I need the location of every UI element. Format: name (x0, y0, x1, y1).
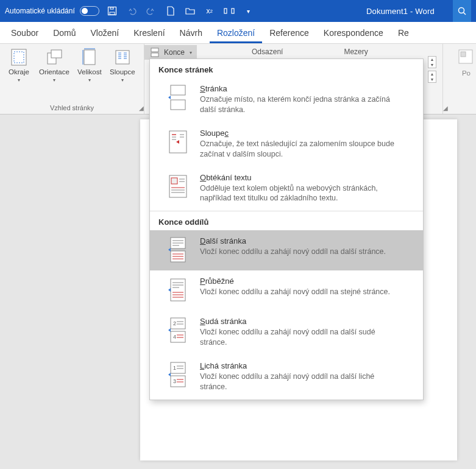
even-page-section-icon: 24 (167, 317, 189, 344)
next-page-section-icon (167, 236, 189, 263)
spinner[interactable]: ▲▼ (428, 56, 436, 68)
svg-rect-26 (461, 52, 466, 57)
new-file-icon[interactable] (164, 4, 177, 18)
odd-page-section-icon: 13 (167, 361, 189, 388)
tab-reference[interactable]: Reference (262, 23, 316, 43)
breaks-icon (149, 47, 160, 58)
tab-kresleni[interactable]: Kreslení (126, 23, 172, 43)
menu-item-desc: Vloží konec oddílu a zahájí nový oddíl n… (200, 327, 401, 348)
orientation-icon (44, 48, 64, 67)
orientation-label: Orientace (39, 68, 69, 76)
columns-label: Sloupce (110, 68, 135, 76)
autosave-label: Automatické ukládání (5, 7, 75, 15)
menu-item-title: Sudá stránka (200, 317, 401, 326)
tab-korespondence[interactable]: Korespondence (316, 23, 391, 43)
dialog-launcher-icon[interactable]: ◢ (443, 105, 448, 111)
svg-point-5 (459, 8, 464, 13)
size-button[interactable]: Velikost ▾ (74, 46, 105, 84)
svg-rect-36 (171, 178, 177, 184)
columns-icon (113, 48, 132, 67)
svg-rect-3 (224, 9, 227, 13)
dropdown-section-header: Konce stránek (150, 59, 423, 78)
svg-rect-27 (171, 85, 185, 95)
group-page-setup: Okraje ▾ Orientace ▾ Velikost ▾ (0, 44, 144, 114)
svg-rect-23 (151, 48, 158, 52)
column-break-icon (167, 129, 189, 155)
dropdown-section-header: Konce oddílů (150, 211, 423, 230)
chevron-down-icon: ▾ (88, 77, 91, 83)
svg-rect-2 (110, 7, 113, 9)
tab-navrh[interactable]: Návrh (172, 23, 210, 43)
menu-item-column-break[interactable]: Sloupec Označuje, že text následující za… (150, 122, 423, 167)
breaks-button[interactable]: Konce ▾ (144, 45, 197, 60)
superscript-icon[interactable]: x2 (203, 4, 216, 18)
indent-header: Odsazení (252, 48, 283, 56)
svg-rect-10 (51, 50, 62, 58)
menu-item-next-page-section[interactable]: Další stránka Vloží konec oddílu a zaháj… (150, 230, 423, 270)
margins-icon (9, 48, 29, 67)
continuous-section-icon (167, 277, 189, 303)
svg-text:2: 2 (173, 320, 176, 326)
spinner-stack: ▲▼ ▲▼ (428, 44, 440, 114)
menu-item-continuous-section[interactable]: Průběžné Vloží konec oddílu a zahájí nov… (150, 270, 423, 311)
spin-up-icon: ▲ (428, 71, 436, 77)
menu-item-title: Obtékání textu (200, 173, 401, 182)
svg-rect-11 (84, 50, 95, 65)
size-label: Velikost (77, 68, 102, 76)
redo-icon[interactable] (144, 4, 158, 18)
save-icon[interactable] (105, 4, 119, 18)
menu-item-page-break[interactable]: Stránka Označuje místo, na kterém končí … (150, 78, 423, 122)
menu-item-desc: Vloží konec oddílu a zahájí nový oddíl n… (200, 372, 401, 392)
tab-soubor[interactable]: Soubor (4, 23, 46, 43)
autosave-toggle[interactable]: Automatické ukládání (5, 6, 99, 16)
tab-vlozeni[interactable]: Vložení (83, 23, 127, 43)
orientation-button[interactable]: Orientace ▾ (37, 46, 72, 84)
menu-item-title: Lichá stránka (200, 361, 401, 370)
chevron-down-icon: ▾ (18, 77, 20, 83)
menu-item-desc: Odděluje text kolem objektů na webových … (200, 183, 401, 204)
spinner[interactable]: ▲▼ (428, 71, 436, 83)
search-button[interactable] (453, 0, 471, 22)
chevron-down-icon: ▾ (121, 77, 124, 83)
margins-label: Okraje (9, 68, 29, 76)
undo-icon[interactable] (125, 4, 138, 18)
menu-item-title: Stránka (200, 84, 401, 93)
chevron-down-icon: ▾ (190, 50, 192, 55)
tab-domu[interactable]: Domů (46, 23, 83, 43)
dialog-launcher-icon[interactable]: ◢ (139, 105, 144, 111)
svg-rect-14 (116, 51, 129, 64)
menu-item-title: Další stránka (200, 236, 386, 245)
menu-item-odd-page-section[interactable]: 13 Lichá stránka Vloží konec oddílu a za… (150, 355, 423, 400)
svg-text:3: 3 (173, 378, 176, 384)
svg-text:4: 4 (173, 334, 176, 340)
document-title: Dokument1 - Word (366, 7, 435, 16)
group-name-page-setup: Vzhled stránky (4, 104, 140, 113)
text-wrap-icon (167, 173, 189, 200)
svg-rect-24 (151, 53, 158, 57)
svg-text:1: 1 (173, 365, 176, 371)
tab-revize[interactable]: Re (391, 23, 416, 43)
columns-button[interactable]: Sloupce ▾ (107, 46, 138, 84)
qat-customize-icon[interactable]: ▾ (242, 4, 255, 18)
menu-item-text-wrap-break[interactable]: Obtékání textu Odděluje text kolem objek… (150, 167, 423, 211)
menu-item-title: Průběžné (200, 277, 390, 286)
size-icon (80, 48, 99, 67)
menu-item-desc: Vloží konec oddílu a zahájí nový oddíl n… (200, 287, 390, 297)
spacing-header: Mezery (344, 48, 368, 56)
ribbon-tabs: Soubor Domů Vložení Kreslení Návrh Rozlo… (0, 22, 476, 44)
titlebar: Automatické ukládání x2 ▾ Dokument1 - Wo… (0, 0, 476, 22)
breaks-label: Konce (164, 48, 185, 57)
menu-item-desc: Označuje místo, na kterém končí jedna st… (200, 94, 401, 115)
margins-button[interactable]: Okraje ▾ (4, 46, 34, 84)
open-folder-icon[interactable] (183, 4, 197, 18)
svg-rect-50 (171, 279, 185, 301)
menu-item-even-page-section[interactable]: 24 Sudá stránka Vloží konec oddílu a zah… (150, 311, 423, 355)
toggle-switch-icon (80, 6, 99, 16)
menu-item-desc: Označuje, že text následující za zalomen… (200, 139, 401, 160)
breaks-dropdown: Konce stránek Stránka Označuje místo, na… (149, 58, 424, 400)
svg-line-6 (464, 13, 466, 15)
svg-rect-0 (108, 7, 116, 15)
touch-mode-icon[interactable] (222, 4, 236, 18)
position-button[interactable]: Po (446, 44, 476, 114)
tab-rozlozeni[interactable]: Rozložení (210, 23, 262, 43)
